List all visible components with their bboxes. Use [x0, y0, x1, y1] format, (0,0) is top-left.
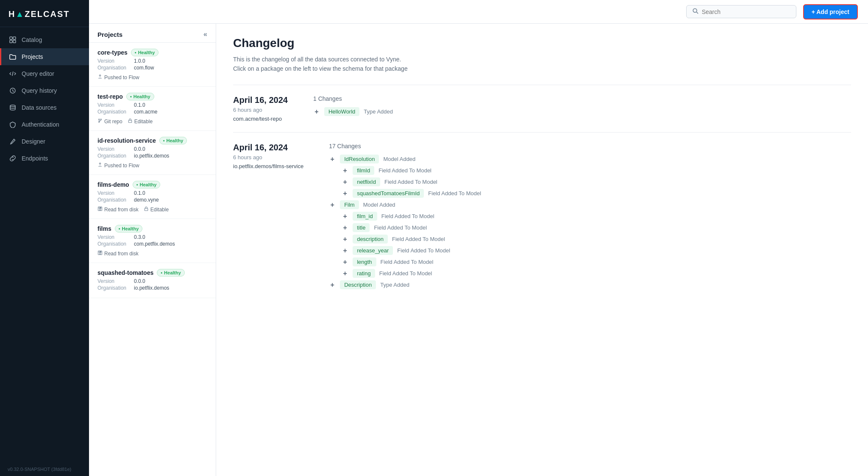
svg-line-8: [696, 12, 698, 14]
projects-list: core-types Healthy Version 1.0.0 Organis…: [89, 43, 216, 298]
entry-changes-area: 1 Changes + HelloWorld Type Added: [313, 95, 851, 119]
project-item-header: films Healthy: [97, 225, 207, 232]
change-tag: description: [353, 235, 388, 244]
change-label: Field Added To Model: [374, 224, 427, 231]
change-row: + length Field Added To Model: [329, 257, 851, 266]
status-badge: Healthy: [115, 225, 143, 232]
add-project-button[interactable]: + Add project: [803, 4, 858, 19]
project-tags: Read from disk Editable: [97, 206, 207, 213]
svg-point-9: [99, 119, 100, 120]
change-plus-icon: +: [329, 155, 336, 163]
changelog-title: Changelog: [233, 36, 851, 50]
push-icon: [97, 162, 103, 169]
project-tags: Pushed to Flow: [97, 162, 207, 169]
project-name: id-resolution-service: [97, 137, 156, 144]
change-row: + film_id Field Added To Model: [329, 212, 851, 221]
logo: H▲ZELCAST: [8, 9, 81, 19]
entry-date: April 16, 2024: [233, 143, 303, 152]
project-item-header: id-resolution-service Healthy: [97, 137, 207, 144]
change-label: Field Added To Model: [381, 259, 434, 265]
svg-rect-3: [13, 40, 16, 43]
svg-rect-1: [13, 37, 16, 39]
change-tag: rating: [353, 269, 375, 278]
project-tag: Pushed to Flow: [97, 162, 139, 169]
change-row: + release_year Field Added To Model: [329, 246, 851, 255]
authentication-icon: [9, 121, 17, 128]
change-label: Type Added: [364, 108, 393, 115]
project-item[interactable]: core-types Healthy Version 1.0.0 Organis…: [89, 43, 216, 87]
change-row: + Film Model Added: [329, 200, 851, 209]
sidebar-item-authentication[interactable]: Authentication: [0, 116, 89, 133]
collapse-button[interactable]: «: [203, 30, 207, 38]
project-item[interactable]: films Healthy Version 0.3.0 Organisation…: [89, 219, 216, 263]
project-tag: Git repo: [97, 118, 122, 125]
change-plus-icon: +: [342, 258, 348, 266]
project-item[interactable]: films-demo Healthy Version 0.1.0 Organis…: [89, 175, 216, 219]
entry-changes-area: 17 Changes + IdResolution Model Added + …: [329, 143, 851, 292]
changes-count: 17 Changes: [329, 143, 851, 149]
changelog-subtitle2: Click on a package on the left to view t…: [233, 65, 851, 72]
change-label: Model Added: [383, 156, 415, 162]
changelog-panel: Changelog This is the changelog of all t…: [216, 24, 868, 476]
status-badge: Healthy: [133, 181, 161, 188]
changelog-entry: April 16, 2024 6 hours ago io.petflix.de…: [233, 132, 851, 302]
project-tag: Pushed to Flow: [97, 74, 139, 80]
svg-point-16: [100, 209, 101, 210]
change-row: + filmId Field Added To Model: [329, 166, 851, 175]
svg-rect-20: [100, 251, 101, 252]
sidebar-item-label: Projects: [22, 53, 43, 60]
svg-rect-2: [10, 40, 12, 43]
sidebar-item-label: Query editor: [22, 70, 54, 77]
topbar-right: + Add project: [686, 4, 858, 19]
entry-header: April 16, 2024 6 hours ago com.acme/test…: [233, 95, 851, 122]
change-plus-icon: +: [342, 213, 348, 220]
logo-area: H▲ZELCAST: [0, 0, 89, 27]
topbar: + Add project: [89, 0, 868, 24]
sidebar-item-query-history[interactable]: Query history: [0, 82, 89, 99]
search-box[interactable]: [686, 5, 796, 18]
change-tag: IdResolution: [340, 155, 379, 163]
project-item-header: test-repo Healthy: [97, 93, 207, 100]
svg-point-6: [10, 105, 15, 107]
change-plus-icon: +: [342, 167, 348, 174]
svg-rect-12: [128, 120, 132, 122]
svg-point-21: [100, 253, 101, 255]
projects-panel-title: Projects: [97, 31, 122, 38]
change-row: + title Field Added To Model: [329, 223, 851, 232]
change-plus-icon: +: [342, 190, 348, 197]
project-item[interactable]: test-repo Healthy Version 0.1.0 Organisa…: [89, 87, 216, 131]
entry-time: 6 hours ago: [233, 107, 288, 113]
status-badge: Healthy: [159, 137, 187, 144]
project-tags: Read from disk: [97, 250, 207, 257]
changes-count: 1 Changes: [313, 95, 851, 102]
project-item[interactable]: id-resolution-service Healthy Version 0.…: [89, 131, 216, 175]
svg-rect-17: [145, 208, 148, 210]
sidebar-item-label: Endpoints: [22, 155, 48, 162]
change-row: + HelloWorld Type Added: [313, 107, 851, 116]
nav-items: Catalog Projects Query editor Query hist…: [0, 27, 89, 462]
change-label: Field Added To Model: [384, 179, 437, 185]
sidebar-item-label: Designer: [22, 138, 45, 145]
status-badge: Healthy: [157, 269, 185, 277]
sidebar-item-query-editor[interactable]: Query editor: [0, 65, 89, 82]
disk-icon: [97, 206, 103, 213]
entry-namespace: io.petflix.demos/films-service: [233, 163, 303, 169]
sidebar-item-data-sources[interactable]: Data sources: [0, 99, 89, 116]
project-name: core-types: [97, 49, 128, 56]
change-tag: release_year: [353, 246, 393, 255]
sidebar: H▲ZELCAST Catalog Projects Query editor …: [0, 0, 89, 476]
lock-icon: [144, 206, 149, 213]
sidebar-item-projects[interactable]: Projects: [0, 48, 89, 65]
change-row: + squashedTomatoesFilmId Field Added To …: [329, 189, 851, 198]
search-input[interactable]: [702, 8, 790, 15]
change-plus-icon: +: [329, 281, 336, 289]
sidebar-item-endpoints[interactable]: Endpoints: [0, 150, 89, 167]
entry-namespace: com.acme/test-repo: [233, 116, 288, 122]
project-item[interactable]: squashed-tomatoes Healthy Version 0.0.0 …: [89, 263, 216, 298]
change-row: + Description Type Added: [329, 280, 851, 289]
project-name: films-demo: [97, 181, 129, 188]
change-tag: netflixId: [353, 177, 380, 186]
sidebar-item-designer[interactable]: Designer: [0, 133, 89, 150]
sidebar-item-label: Catalog: [22, 36, 42, 43]
sidebar-item-catalog[interactable]: Catalog: [0, 31, 89, 48]
